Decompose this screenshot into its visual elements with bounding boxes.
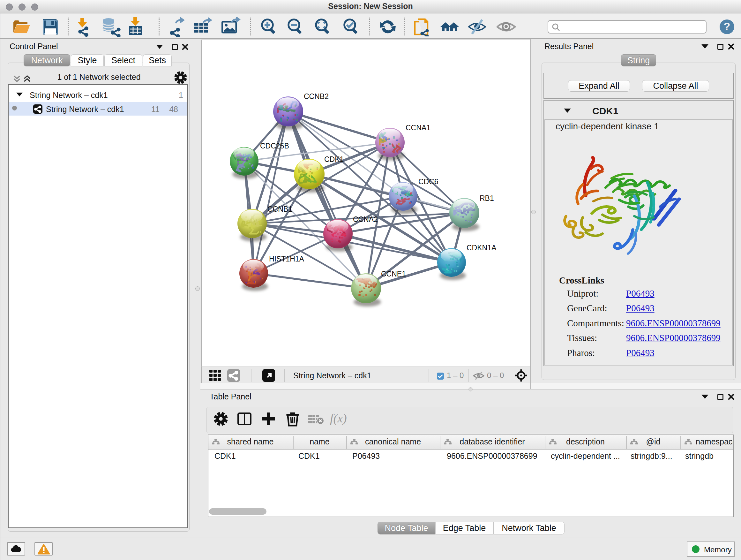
- svg-text:CDK1: CDK1: [324, 155, 344, 164]
- svg-text:CDC6: CDC6: [418, 178, 439, 186]
- svg-text:CCNA2: CCNA2: [353, 215, 378, 224]
- svg-text:CCNA1: CCNA1: [406, 124, 430, 132]
- svg-text:HIST1H1A: HIST1H1A: [269, 255, 305, 263]
- svg-text:CDC25B: CDC25B: [260, 142, 289, 150]
- svg-text:CCNB2: CCNB2: [304, 92, 329, 101]
- svg-text:CDKN1A: CDKN1A: [467, 244, 496, 252]
- svg-text:RB1: RB1: [480, 194, 494, 202]
- svg-text:CCNE1: CCNE1: [381, 270, 406, 278]
- svg-text:CCNB1: CCNB1: [267, 205, 292, 213]
- svg-text:?: ?: [724, 20, 731, 32]
